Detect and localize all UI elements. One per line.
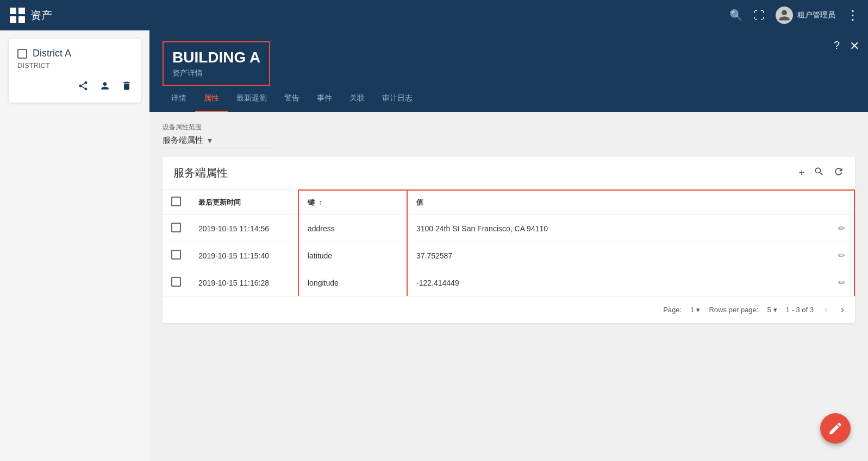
content-area: 设备属性范围 服务端属性 ▾ 服务端属性 + (149, 112, 868, 461)
tab-audit-log[interactable]: 审计日志 (373, 86, 421, 112)
svg-rect-2 (10, 16, 16, 23)
asset-card-actions (17, 80, 132, 94)
th-value: 值 (407, 190, 854, 215)
filter-select[interactable]: 服务端属性 ▾ (163, 135, 271, 148)
rows-per-page-value: 5 (767, 306, 771, 314)
asset-card-header: District A (17, 48, 132, 59)
properties-card-actions: + (798, 166, 844, 180)
properties-card-header: 服务端属性 + (163, 157, 855, 190)
top-actions: 🔍 ⛶ 租户管理员 ⋮ (729, 7, 859, 24)
row-2-edit-icon[interactable]: ✏ (838, 250, 845, 261)
user-menu[interactable]: 租户管理员 (776, 7, 835, 24)
row-1-edit-icon[interactable]: ✏ (838, 223, 845, 233)
pagination-bar: Page: 1 ▾ Rows per page: 5 ▾ 1 - 3 of 3 … (163, 296, 855, 323)
detail-title: BUILDING A (172, 49, 260, 66)
detail-header: BUILDING A 资产详情 ? ✕ (149, 30, 868, 86)
help-icon[interactable]: ? (834, 39, 840, 52)
manage-icon[interactable] (99, 80, 110, 94)
page-label: Page: (663, 306, 682, 314)
th-timestamp: 最后更新时间 (190, 190, 298, 215)
row-2-checkbox[interactable] (171, 250, 181, 260)
asset-card: District A DISTRICT (9, 39, 141, 103)
tab-properties[interactable]: 属性 (195, 86, 228, 112)
pagination-range: 1 - 3 of 3 (786, 306, 814, 314)
properties-table: 最后更新时间 键 ↑ 值 20 (163, 190, 855, 296)
table-row: 2019-10-15 11:15:40 latitude 37.752587 ✏ (163, 242, 854, 269)
th-key: 键 ↑ (298, 190, 407, 215)
logo: 资产 (9, 7, 52, 24)
th-checkbox (163, 190, 190, 215)
row-3-value-text: -122.414449 (416, 279, 459, 287)
detail-header-box: BUILDING A 资产详情 (163, 41, 270, 86)
properties-card-title: 服务端属性 (173, 166, 228, 180)
tab-alarms[interactable]: 警告 (276, 86, 308, 112)
filter-selected-value: 服务端属性 (163, 135, 203, 146)
table-header-row: 最后更新时间 键 ↑ 值 (163, 190, 854, 215)
more-menu-icon[interactable]: ⋮ (846, 8, 859, 23)
share-icon[interactable] (78, 80, 89, 94)
close-icon[interactable]: ✕ (850, 39, 859, 53)
prev-page-button[interactable]: ‹ (822, 303, 830, 317)
rows-per-page-chevron-icon: ▾ (773, 306, 777, 314)
row-1-key: address (298, 215, 407, 242)
tab-details[interactable]: 详情 (163, 86, 195, 112)
properties-card: 服务端属性 + (163, 157, 855, 323)
svg-rect-0 (10, 8, 16, 14)
tab-events[interactable]: 事件 (308, 86, 341, 112)
row-2-value: 37.752587 ✏ (407, 242, 854, 269)
row-2-value-text: 37.752587 (416, 251, 452, 260)
asset-card-checkbox[interactable] (17, 49, 27, 59)
sort-asc-icon[interactable]: ↑ (319, 198, 323, 206)
main-layout: District A DISTRICT BUILDING A 资产详情 (0, 30, 868, 461)
top-navbar: 资产 🔍 ⛶ 租户管理员 ⋮ (0, 0, 868, 30)
logo-icon (9, 7, 26, 24)
row-3-checkbox[interactable] (171, 277, 181, 287)
asset-card-name: District A (33, 48, 71, 59)
asset-card-type: DISTRICT (17, 61, 132, 70)
row-2-value-cell: 37.752587 ✏ (416, 250, 845, 261)
username: 租户管理员 (797, 10, 835, 20)
page-chevron-icon: ▾ (696, 306, 700, 314)
fullscreen-icon[interactable]: ⛶ (754, 9, 765, 22)
row-1-value-cell: 3100 24th St San Francisco, CA 94110 ✏ (416, 223, 845, 233)
search-property-icon[interactable] (814, 166, 825, 180)
svg-rect-1 (18, 8, 25, 14)
row-3-value: -122.414449 ✏ (407, 269, 854, 296)
row-1-checkbox[interactable] (171, 223, 181, 232)
left-panel: District A DISTRICT (0, 30, 149, 461)
add-property-icon[interactable]: + (798, 167, 805, 179)
row-2-checkbox-cell (163, 242, 190, 269)
row-2-key: latitude (298, 242, 407, 269)
search-icon[interactable]: 🔍 (729, 9, 743, 22)
right-content: BUILDING A 资产详情 ? ✕ 详情 属性 最新遥测 警告 事件 关联 … (149, 30, 868, 461)
row-3-edit-icon[interactable]: ✏ (838, 277, 845, 288)
refresh-icon[interactable] (833, 166, 844, 180)
row-3-value-cell: -122.414449 ✏ (416, 277, 845, 288)
edit-fab[interactable] (820, 413, 851, 444)
svg-rect-3 (18, 16, 25, 23)
table-row: 2019-10-15 11:16:28 longitude -122.41444… (163, 269, 854, 296)
detail-subtitle: 资产详情 (172, 68, 260, 78)
tab-relations[interactable]: 关联 (341, 86, 373, 112)
row-1-value: 3100 24th St San Francisco, CA 94110 ✏ (407, 215, 854, 242)
select-all-checkbox[interactable] (171, 197, 181, 206)
filter-label: 设备属性范围 (163, 123, 855, 132)
delete-icon[interactable] (121, 80, 132, 94)
filter-row: 设备属性范围 服务端属性 ▾ (163, 123, 855, 148)
rows-per-page-label: Rows per page: (709, 306, 758, 314)
row-1-checkbox-cell (163, 215, 190, 242)
chevron-down-icon: ▾ (208, 135, 212, 146)
logo-text: 资产 (30, 8, 52, 23)
next-page-button[interactable]: › (839, 303, 846, 317)
avatar (776, 7, 793, 24)
row-2-timestamp: 2019-10-15 11:15:40 (190, 242, 298, 269)
tab-latest-telemetry[interactable]: 最新遥测 (228, 86, 276, 112)
page-select[interactable]: 1 ▾ (690, 306, 700, 314)
table-row: 2019-10-15 11:14:56 address 3100 24th St… (163, 215, 854, 242)
row-1-value-text: 3100 24th St San Francisco, CA 94110 (416, 224, 548, 233)
row-3-checkbox-cell (163, 269, 190, 296)
row-3-timestamp: 2019-10-15 11:16:28 (190, 269, 298, 296)
rows-per-page-select[interactable]: 5 ▾ (767, 306, 777, 314)
current-page: 1 (690, 306, 694, 314)
tabs-bar: 详情 属性 最新遥测 警告 事件 关联 审计日志 (149, 86, 868, 112)
